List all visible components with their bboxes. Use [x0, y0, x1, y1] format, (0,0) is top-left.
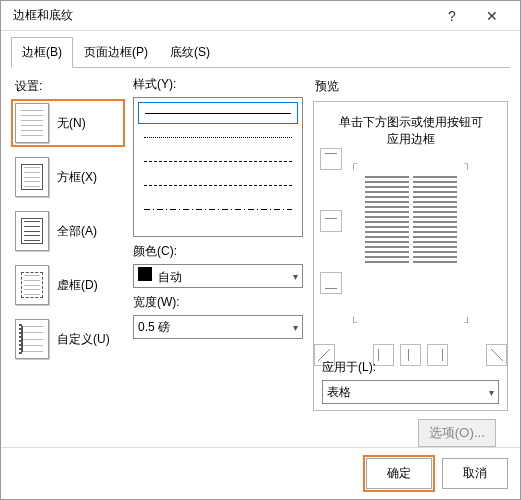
- thumb-dashed-icon: [15, 265, 49, 305]
- thumb-box-icon: [15, 157, 49, 197]
- thumb-custom-icon: [15, 319, 49, 359]
- tab-page-border[interactable]: 页面边框(P): [73, 37, 159, 68]
- tab-strip: 边框(B) 页面边框(P) 底纹(S): [1, 31, 520, 68]
- window-title: 边框和底纹: [9, 7, 432, 24]
- color-label: 颜色(C):: [133, 243, 303, 260]
- setting-dashed-label: 虚框(D): [57, 277, 98, 294]
- setting-box-label: 方框(X): [57, 169, 97, 186]
- style-list[interactable]: [133, 97, 303, 237]
- preview-box: 单击下方图示或使用按钮可应用边框 ┌┐ └┘: [313, 101, 508, 411]
- thumb-all-icon: [15, 211, 49, 251]
- edge-top-button[interactable]: [320, 148, 342, 170]
- chevron-down-icon: ▾: [489, 387, 494, 398]
- style-long-dash[interactable]: [138, 150, 298, 172]
- thumb-none-icon: [15, 103, 49, 143]
- style-short-dash[interactable]: [138, 174, 298, 196]
- chevron-down-icon: ▾: [293, 322, 298, 333]
- style-label: 样式(Y):: [133, 76, 303, 93]
- setting-custom[interactable]: 自定义(U): [13, 317, 123, 361]
- ok-button[interactable]: 确定: [366, 458, 432, 489]
- close-button[interactable]: ✕: [472, 1, 512, 31]
- chevron-down-icon: ▾: [293, 271, 298, 282]
- dialog-footer: 确定 取消: [1, 447, 520, 499]
- color-value: 自动: [158, 270, 182, 284]
- apply-to-select[interactable]: 表格 ▾: [322, 380, 499, 404]
- setting-none-label: 无(N): [57, 115, 86, 132]
- color-swatch-icon: [138, 267, 152, 281]
- width-label: 宽度(W):: [133, 294, 303, 311]
- preview-hint: 单击下方图示或使用按钮可应用边框: [322, 114, 499, 148]
- color-select[interactable]: 自动 ▾: [133, 264, 303, 288]
- setting-dashed[interactable]: 虚框(D): [13, 263, 123, 307]
- setting-none[interactable]: 无(N): [13, 101, 123, 145]
- help-button[interactable]: ?: [432, 1, 472, 31]
- apply-to-value: 表格: [327, 384, 351, 401]
- settings-label: 设置:: [15, 78, 123, 95]
- setting-box[interactable]: 方框(X): [13, 155, 123, 199]
- edge-bottom-button[interactable]: [320, 272, 342, 294]
- style-dotted[interactable]: [138, 126, 298, 148]
- style-solid[interactable]: [138, 102, 298, 124]
- width-select[interactable]: 0.5 磅 ▾: [133, 315, 303, 339]
- style-dash-dot[interactable]: [138, 198, 298, 220]
- options-button: 选项(O)...: [418, 419, 496, 447]
- width-value: 0.5 磅: [138, 319, 170, 336]
- cancel-button[interactable]: 取消: [442, 458, 508, 489]
- preview-label: 预览: [315, 78, 508, 95]
- setting-all-label: 全部(A): [57, 223, 97, 240]
- setting-custom-label: 自定义(U): [57, 331, 110, 348]
- apply-to-label: 应用于(L):: [322, 359, 499, 376]
- edge-hmid-button[interactable]: [320, 210, 342, 232]
- tab-shading[interactable]: 底纹(S): [159, 37, 221, 68]
- title-bar: 边框和底纹 ? ✕: [1, 1, 520, 31]
- tab-border[interactable]: 边框(B): [11, 37, 73, 68]
- preview-diagram: ┌┐ └┘: [332, 158, 489, 328]
- setting-all[interactable]: 全部(A): [13, 209, 123, 253]
